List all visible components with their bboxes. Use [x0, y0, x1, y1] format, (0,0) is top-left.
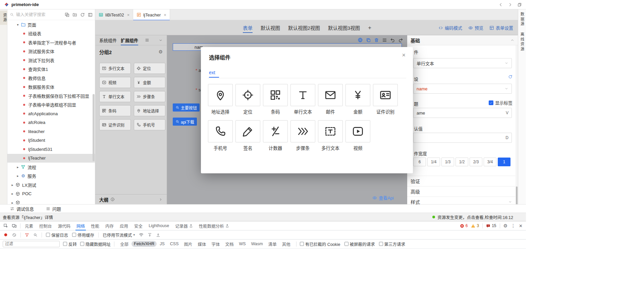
component-panel-tab[interactable]: 扩展组件	[121, 35, 138, 45]
debug-info-button[interactable]: 调试信息	[10, 206, 34, 212]
component-panel-tab[interactable]: 系统组件	[99, 35, 117, 45]
form-view-tab[interactable]: 默认视图	[261, 20, 280, 35]
error-badge[interactable]: 6	[460, 223, 468, 228]
devtools-tab[interactable]: 控制台	[36, 221, 55, 230]
filter-icon[interactable]	[25, 233, 29, 237]
section-style[interactable]: 样式	[407, 197, 516, 204]
list-icon[interactable]	[382, 38, 387, 43]
filter-checkbox[interactable]: 有已拦截的 Cookie	[300, 241, 340, 247]
width-option[interactable]: 1	[498, 158, 511, 166]
section-validation[interactable]: 验证	[407, 176, 516, 186]
tree-item[interactable]: 教师信息	[7, 74, 95, 83]
problems-button[interactable]: 问题	[46, 206, 61, 212]
sync-icon[interactable]	[508, 75, 513, 79]
tree-item[interactable]: ▸POC	[7, 189, 95, 199]
component-item[interactable]: 手机号	[134, 119, 165, 130]
tree-item[interactable]: 测试服务实体	[7, 47, 95, 56]
request-type-chip[interactable]: 媒体	[196, 240, 209, 248]
component-card[interactable]: 步骤条	[290, 120, 315, 151]
tree-item[interactable]: 查询实体1	[7, 65, 95, 74]
width-option[interactable]: 3/4	[484, 158, 496, 166]
clear-icon[interactable]	[12, 233, 16, 237]
outline-section[interactable]: 大纲	[95, 194, 167, 204]
request-type-chip[interactable]: Wasm	[249, 241, 265, 247]
settings-gear-icon[interactable]: ⚙	[503, 223, 508, 228]
tree-item[interactable]: 子表格中单选框组不回显	[7, 100, 95, 110]
devtools-tab[interactable]: 记录器	[172, 221, 196, 230]
tree-item[interactable]: ljStudent531	[7, 145, 95, 154]
show-label-checkbox[interactable]: 显示标签	[489, 99, 513, 106]
resource-change-notice[interactable]: 资源发生变更，点击查看,检查时间:16:12	[432, 214, 513, 220]
component-card[interactable]: 邮件	[318, 84, 343, 115]
tree-item[interactable]: ljStudent	[7, 136, 95, 145]
header-action-button[interactable]: 表单设置	[489, 25, 513, 31]
search-input[interactable]	[16, 12, 63, 17]
component-card[interactable]: 金额	[345, 84, 370, 115]
tree-item[interactable]: 子表格数据保存后下拉框不回显	[7, 91, 95, 100]
width-option[interactable]: 1/4	[427, 158, 440, 166]
invert-checkbox[interactable]: 反转	[63, 241, 77, 247]
forward-icon[interactable]	[508, 2, 513, 7]
device-toolbar-icon[interactable]	[12, 223, 17, 228]
right-panel-tab[interactable]: 离线资源	[520, 32, 525, 52]
activity-tab-resources[interactable]: 资源	[0, 11, 7, 25]
tree-caret-icon[interactable]: ▸	[10, 192, 15, 196]
tree-caret-icon[interactable]: ▸	[10, 201, 15, 204]
chevron-up-icon[interactable]	[510, 38, 515, 42]
tree-item[interactable]: ▸LX测试	[7, 180, 95, 189]
header-action-button[interactable]: 编码模式	[438, 25, 462, 31]
width-option[interactable]: 2/3	[470, 158, 482, 166]
dialog-tab-ext[interactable]: ext	[209, 70, 215, 75]
component-item[interactable]: 证件识别	[99, 119, 131, 130]
more-menu-icon[interactable]: ⋮	[511, 223, 516, 228]
request-type-chip[interactable]: 全部	[118, 240, 131, 248]
width-option[interactable]: 1/3	[441, 158, 454, 166]
tree-caret-icon[interactable]: ▸	[10, 183, 15, 187]
close-icon[interactable]: ×	[164, 12, 166, 17]
devtools-tab[interactable]: 源代码	[55, 221, 74, 230]
inspect-icon[interactable]	[3, 223, 8, 228]
component-item[interactable]: 单行文本	[99, 91, 131, 102]
issues-badge[interactable]: 15	[486, 223, 496, 228]
width-option[interactable]: 6	[413, 158, 426, 166]
component-item[interactable]: 步骤条	[134, 91, 165, 102]
right-panel-tab[interactable]: 数据源	[520, 12, 525, 27]
tree-item[interactable]: ▸⚙服务	[7, 172, 95, 181]
dynamic-toggle[interactable]: D	[505, 135, 508, 140]
tree-item[interactable]: ljTeacher	[7, 154, 95, 163]
request-type-chip[interactable]: JS	[157, 241, 167, 247]
gallery-icon[interactable]	[65, 12, 69, 17]
list-icon[interactable]	[145, 38, 149, 42]
editor-tab[interactable]: ljTeacher×	[133, 9, 170, 20]
tree-item[interactable]: ▸	[7, 198, 95, 204]
tree-caret-icon[interactable]: ▸	[15, 174, 20, 178]
devtools-tab[interactable]: 元素	[22, 221, 36, 230]
filter-checkbox[interactable]: 第三方请求	[379, 241, 406, 247]
close-icon[interactable]: ×	[127, 12, 130, 17]
component-card[interactable]: 多行文本	[318, 120, 343, 151]
add-view-button[interactable]: +	[368, 25, 371, 31]
component-type-select[interactable]: 单行文本	[413, 58, 512, 68]
export-har-icon[interactable]	[156, 233, 160, 237]
globe-icon[interactable]	[358, 37, 363, 43]
back-icon[interactable]	[498, 2, 503, 7]
import-har-icon[interactable]	[148, 233, 152, 237]
component-card[interactable]: 证件识别	[373, 84, 398, 115]
component-card[interactable]: 条码	[263, 84, 288, 115]
tree-item[interactable]: 表单指定下一流程参与者	[7, 38, 95, 47]
component-card[interactable]: 单行文本	[290, 84, 315, 115]
properties-scrollbar[interactable]	[516, 45, 518, 204]
devtools-tab[interactable]: 安全	[131, 221, 146, 230]
tree-item[interactable]: 测试下拉列表	[7, 56, 95, 65]
default-value-input[interactable]: D	[413, 133, 512, 143]
warning-badge[interactable]: 3	[471, 223, 479, 228]
component-card[interactable]: 计数器	[263, 120, 288, 151]
folderplus-icon[interactable]	[72, 12, 77, 17]
component-card[interactable]: 手机号	[208, 120, 233, 151]
restore-window-icon[interactable]	[517, 2, 522, 7]
devtools-tab[interactable]: 性能数据分析	[196, 221, 232, 230]
form-button[interactable]: 主要按钮	[173, 103, 200, 112]
header-action-button[interactable]: 预览	[468, 25, 483, 31]
devtools-tab[interactable]: 内存	[102, 221, 117, 230]
refresh-icon[interactable]	[80, 12, 85, 17]
